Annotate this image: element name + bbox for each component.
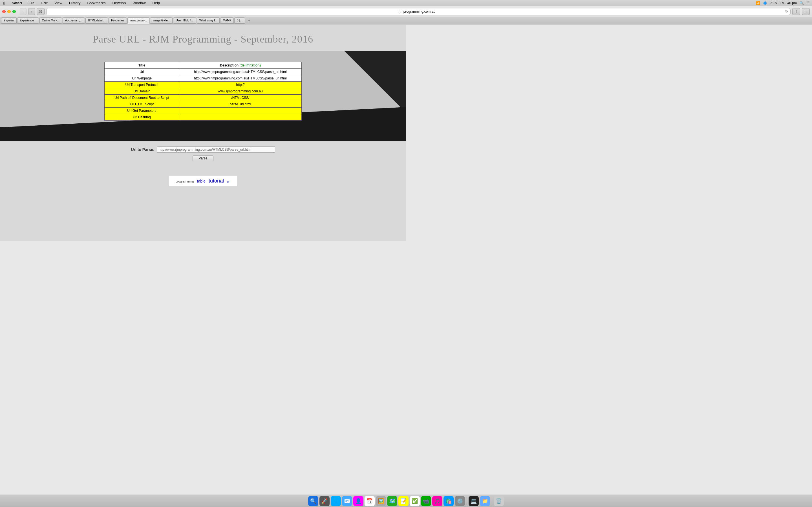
delimitation-label: (delimitation) [239,63,260,67]
forward-button[interactable]: › [28,8,35,15]
cell-url-webpage-title: Url Webpage [105,75,179,82]
tab-1[interactable]: Experience... [17,17,39,24]
parse-button[interactable]: Parse [193,156,213,161]
table-row-domain: Url Domain www.rjmprogramming.com.au [105,88,302,95]
traffic-lights [2,10,16,13]
cell-url-title: Url [105,69,179,75]
table-row-get-params: Url Get Parameters [105,108,302,114]
table-header-title: Title [105,62,179,69]
cell-url-description: http://www.rjmprogramming.com.au/HTMLCSS… [179,69,301,75]
cell-hashtag-title: Url Hashtag [105,114,179,121]
sidebar-toggle[interactable]: ☵ [37,8,45,15]
close-button[interactable] [2,10,6,13]
menu-edit[interactable]: Edit [40,1,49,5]
cell-script-title: Url HTML Script [105,101,179,108]
tab-0[interactable]: Experier [1,17,17,24]
menubar:  Safari File Edit View History Bookmark… [0,0,406,6]
tag-programming[interactable]: programming [175,180,194,183]
address-input[interactable] [49,10,406,13]
cell-domain-description: www.rjmprogramming.com.au [179,88,301,95]
table-row-transport: Url Transport Protocol http:// [105,82,302,88]
menu-safari[interactable]: Safari [10,1,23,5]
tab-3[interactable]: Accountant,... [63,17,85,24]
minimize-button[interactable] [7,10,11,13]
url-parse-label: Url to Parse: [131,147,154,152]
tag-url[interactable]: url [227,180,231,183]
tag-tutorial[interactable]: tutorial [209,178,224,184]
cell-script-description: parse_url.html [179,101,301,108]
table-row-script: Url HTML Script parse_url.html [105,101,302,108]
menu-bookmarks[interactable]: Bookmarks [86,1,107,5]
new-tab-item[interactable]: + [246,17,251,24]
url-parse-input[interactable] [157,147,275,153]
url-parse-section: Url to Parse: Parse [0,141,406,170]
table-row-path: Url Path off Document Root to Script /HT… [105,95,302,101]
cell-transport-title: Url Transport Protocol [105,82,179,88]
page-title: Parse URL - RJM Programming - September,… [0,25,406,51]
menu-window[interactable]: Window [132,1,147,5]
table-row-hashtag: Url Hashtag [105,114,302,121]
table-row-url: Url http://www.rjmprogramming.com.au/HTM… [105,69,302,75]
cell-get-params-title: Url Get Parameters [105,108,179,114]
menu-develop[interactable]: Develop [111,1,127,5]
tab-4[interactable]: HTML datali... [86,17,108,24]
cell-domain-title: Url Domain [105,88,179,95]
cell-get-params-description [179,108,301,114]
menu-history[interactable]: History [68,1,82,5]
menu-help[interactable]: Help [151,1,161,5]
tab-10[interactable]: MAMP [220,17,234,24]
url-parse-table-wrap: Title Description (delimitation) Url htt… [104,62,302,121]
tab-11[interactable]: 3 |... [234,17,245,24]
cell-transport-description: http:// [179,82,301,88]
tag-cloud: programming table tutorial url [168,175,238,186]
table-header-description: Description (delimitation) [179,62,301,69]
tab-5[interactable]: Favourites [109,17,127,24]
tag-cloud-area: programming table tutorial url [0,170,406,192]
cell-url-webpage-description: http://www.rjmprogramming.com.au/HTMLCSS… [179,75,301,82]
tab-6[interactable]: www.rjmpro... [128,17,150,24]
menu-view[interactable]: View [53,1,63,5]
cell-hashtag-description [179,114,301,121]
maximize-button[interactable] [12,10,16,13]
hero-section: Title Description (delimitation) Url htt… [0,51,406,141]
back-button[interactable]: ‹ [20,8,27,15]
tab-2[interactable]: Online Mark... [40,17,62,24]
tab-9[interactable]: What is my I... [197,17,220,24]
apple-menu[interactable]:  [2,1,6,5]
browser-toolbar: ‹ › ☵ ↻ ⇧ □ [0,6,406,17]
address-bar-container: ↻ [46,8,406,15]
cell-path-title: Url Path off Document Root to Script [105,95,179,101]
menu-file[interactable]: File [28,1,36,5]
dark-triangle-decoration [344,51,406,113]
table-row-url-webpage: Url Webpage http://www.rjmprogramming.co… [105,75,302,82]
tag-table[interactable]: table [197,179,206,183]
tabs-bar: Experier Experience... Online Mark... Ac… [0,17,406,24]
tab-8[interactable]: Use HTML fi... [173,17,196,24]
url-parse-table: Title Description (delimitation) Url htt… [104,62,302,121]
cell-path-description: /HTMLCSS/ [179,95,301,101]
tab-7[interactable]: Image Galle... [150,17,172,24]
url-parse-row: Url to Parse: [0,147,406,153]
